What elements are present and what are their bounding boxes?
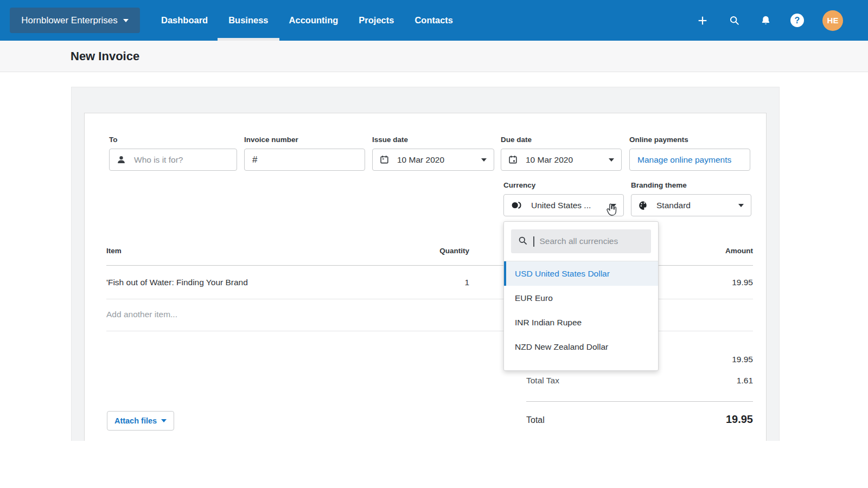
bell-icon[interactable] [759,14,772,27]
currency-option-inr[interactable]: INR Indian Rupee [504,310,658,335]
nav-business[interactable]: Business [228,0,268,41]
palette-icon [639,201,648,210]
totals-divider [526,401,753,402]
calendar-icon [380,155,389,164]
invoice-number-label: Invoice number [244,136,298,145]
total-value: 19.95 [644,413,753,426]
currency-option-nzd[interactable]: NZD New Zealand Dollar [504,335,658,359]
currency-option-usd[interactable]: USD United States Dollar [504,261,658,286]
col-header-amount: Amount [672,247,753,255]
total-tax-value: 1.61 [672,376,753,386]
subtotal-value: 19.95 [672,355,753,364]
to-input[interactable] [134,155,221,165]
row-amount[interactable]: 19.95 [672,278,753,287]
topbar-actions: HE [696,0,843,41]
to-label: To [109,136,118,145]
due-date-value: 10 Mar 2020 [526,155,573,165]
due-date-label: Due date [501,136,532,145]
page-title: New Invoice [71,41,139,72]
chevron-down-icon [609,158,614,162]
currency-select[interactable]: United States ... [503,194,624,216]
chevron-down-icon [738,204,744,207]
currency-label: Currency [503,181,535,191]
currency-search-placeholder: Search all currencies [540,236,618,246]
nav-projects[interactable]: Projects [359,0,394,41]
org-selector[interactable]: Hornblower Enterprises [10,8,140,33]
org-name: Hornblower Enterprises [21,15,118,26]
branding-theme-select[interactable]: Standard [631,194,751,216]
total-tax-label: Total Tax [526,376,559,386]
currency-value: United States ... [531,201,591,210]
chevron-down-icon [481,158,487,162]
currency-option-eur[interactable]: EUR Euro [504,286,658,310]
manage-online-payments-label: Manage online payments [637,155,731,165]
branding-theme-label: Branding theme [631,181,687,191]
text-cursor [533,236,534,247]
magnifier-icon [518,235,528,248]
attach-files-label: Attach files [114,416,157,425]
nav-contacts[interactable]: Contacts [414,0,453,41]
chevron-down-icon [611,204,616,207]
add-item-row[interactable]: Add another item... [106,310,177,319]
calendar-icon [508,155,518,164]
search-icon[interactable] [727,14,741,27]
person-icon [117,155,126,164]
hash-prefix: # [252,155,257,165]
row-quantity[interactable]: 1 [380,278,469,287]
avatar[interactable]: HE [822,10,843,31]
coins-icon [511,201,523,210]
col-header-quantity: Quantity [380,247,469,255]
row-item-name[interactable]: 'Fish out of Water: Finding Your Brand [106,278,248,287]
currency-search-wrap: Search all currencies [504,222,658,261]
nav-dashboard[interactable]: Dashboard [161,0,208,41]
manage-online-payments-button[interactable]: Manage online payments [629,149,750,171]
online-payments-label: Online payments [629,136,688,145]
issue-date-value: 10 Mar 2020 [397,155,444,165]
help-icon[interactable] [790,14,804,27]
issue-date-select[interactable]: 10 Mar 2020 [372,149,494,171]
main-nav: Dashboard Business Accounting Projects C… [161,0,453,41]
nav-accounting[interactable]: Accounting [289,0,339,41]
to-field[interactable] [109,149,237,171]
attach-files-button[interactable]: Attach files [107,411,174,431]
app-window: Hornblower Enterprises Dashboard Busines… [0,0,868,488]
branding-theme-value: Standard [656,201,691,210]
currency-dropdown: Search all currencies USD United States … [503,221,659,371]
total-label: Total [526,415,545,425]
due-date-select[interactable]: 10 Mar 2020 [501,149,622,171]
chevron-down-icon [161,419,167,422]
top-nav-bar: Hornblower Enterprises Dashboard Busines… [0,0,868,41]
invoice-number-field[interactable]: # [244,149,365,171]
issue-date-label: Issue date [372,136,408,145]
plus-icon[interactable] [696,14,709,27]
col-header-item: Item [106,247,122,255]
chevron-down-icon [123,19,129,22]
currency-search-input[interactable]: Search all currencies [511,229,651,253]
